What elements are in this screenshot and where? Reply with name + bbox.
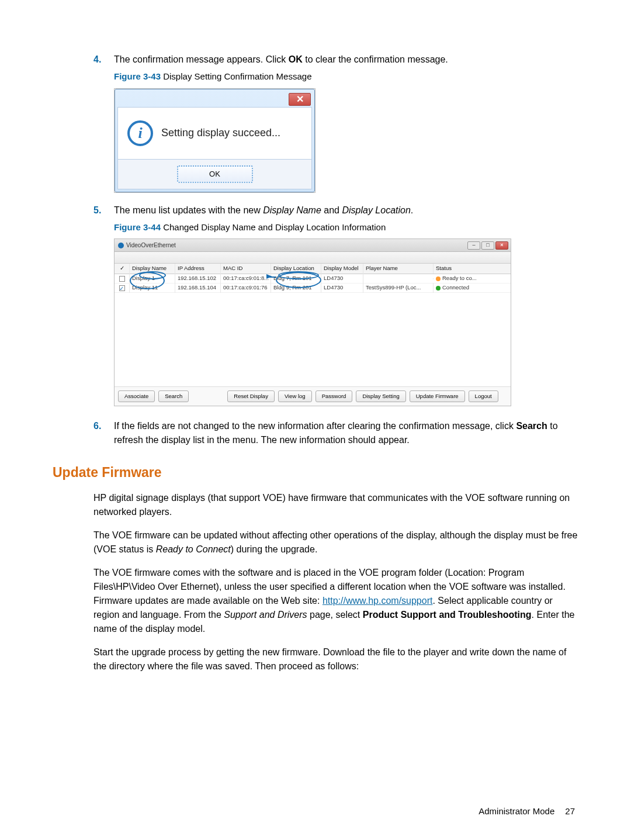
- para-3: The VOE firmware comes with the software…: [93, 566, 578, 636]
- table-header: ✓ Display Name IP Address MAC ID Display…: [115, 264, 511, 274]
- step-number: 6.: [93, 419, 101, 433]
- para-3-c: page, select: [307, 610, 363, 620]
- step-5-text-c: .: [411, 205, 413, 215]
- para-1: HP digital signage displays (that suppor…: [93, 491, 578, 519]
- app-titlebar: VideoOverEthernet – □ ×: [115, 239, 511, 252]
- update-firmware-button[interactable]: Update Firmware: [410, 390, 465, 402]
- figure-3-44-prefix: Figure 3-44: [114, 222, 161, 232]
- figure-3-43-dialog: ✕ i Setting display succeed... OK: [114, 88, 316, 193]
- cell-model: LD4730: [321, 283, 363, 292]
- figure-3-44-caption-text: Changed Display Name and Display Locatio…: [161, 222, 386, 232]
- ok-button[interactable]: OK: [177, 165, 253, 183]
- cell-status: Connected: [434, 283, 492, 292]
- password-button[interactable]: Password: [316, 390, 353, 402]
- cell-ip: 192.168.15.104: [175, 283, 221, 292]
- row-checkbox[interactable]: [119, 276, 125, 282]
- figure-3-43-caption-text: Display Setting Confirmation Message: [161, 71, 311, 81]
- step-5-i1: Display Name: [263, 205, 321, 215]
- step-number: 5.: [93, 203, 101, 217]
- para-4: Start the upgrade process by getting the…: [93, 645, 578, 673]
- app-icon: [118, 243, 124, 248]
- col-display-location[interactable]: Display Location: [271, 264, 321, 273]
- dialog-message: Setting display succeed...: [161, 125, 280, 141]
- figure-3-43-caption: Figure 3-43 Display Setting Confirmation…: [114, 70, 578, 84]
- figure-3-44-window: VideoOverEthernet – □ × ✓ Display Name I…: [114, 238, 511, 406]
- dialog-titlebar: ✕: [117, 92, 312, 107]
- step-6-text: If the fields are not changed to the new…: [114, 421, 558, 445]
- cell-display-name: Display 11: [130, 283, 175, 292]
- col-ip-address[interactable]: IP Address: [175, 264, 221, 273]
- cell-status: Ready to co...: [434, 274, 492, 283]
- section-heading-update-firmware: Update Firmware: [53, 462, 578, 483]
- footer-page: 27: [565, 806, 575, 816]
- minimize-icon[interactable]: –: [467, 241, 480, 250]
- app-bottom-bar: Associate Search Reset Display View log …: [115, 386, 511, 406]
- col-display-model[interactable]: Display Model: [321, 264, 363, 273]
- para-2: The VOE firmware can be updated without …: [93, 528, 578, 556]
- para-3-bold: Product Support and Troubleshooting: [363, 610, 532, 620]
- step-5-text: The menu list updates with the new Displ…: [114, 205, 413, 215]
- display-setting-button[interactable]: Display Setting: [356, 390, 405, 402]
- step-5-i2: Display Location: [342, 205, 410, 215]
- hp-support-link[interactable]: http://www.hp.com/support: [323, 596, 433, 606]
- row-checkbox[interactable]: [119, 285, 125, 291]
- step-4-text-c: to clear the confirmation message.: [303, 54, 448, 64]
- col-mac-id[interactable]: MAC ID: [221, 264, 271, 273]
- col-player-name[interactable]: Player Name: [363, 264, 434, 273]
- para-2-b: ) during the upgrade.: [231, 544, 318, 554]
- cell-location: Bldg 7, Rm 101: [271, 274, 321, 283]
- step-6-text-a: If the fields are not changed to the new…: [114, 421, 516, 431]
- cell-ip: 192.168.15.102: [175, 274, 221, 283]
- step-4: 4. The confirmation message appears. Cli…: [93, 53, 578, 193]
- para-3-i: Support and Drivers: [224, 610, 307, 620]
- cell-model: LD4730: [321, 274, 363, 283]
- step-number: 4.: [93, 53, 101, 67]
- step-5: 5. The menu list updates with the new Di…: [93, 203, 578, 407]
- cell-display-name: Display 1: [130, 274, 175, 283]
- step-5-text-a: The menu list updates with the new: [114, 205, 263, 215]
- footer-label: Administrator Mode: [479, 806, 554, 816]
- cell-player: TestSys899-HP (Loc...: [363, 283, 434, 292]
- app-toolbar: [115, 252, 511, 264]
- figure-3-44-caption: Figure 3-44 Changed Display Name and Dis…: [114, 221, 578, 234]
- search-button[interactable]: Search: [158, 390, 189, 402]
- associate-button[interactable]: Associate: [118, 390, 155, 402]
- view-log-button[interactable]: View log: [278, 390, 312, 402]
- reset-display-button[interactable]: Reset Display: [227, 390, 275, 402]
- app-title: VideoOverEthernet: [126, 242, 176, 248]
- close-icon[interactable]: ✕: [289, 93, 311, 106]
- step-4-text: The confirmation message appears. Click …: [114, 54, 448, 64]
- display-table: ✓ Display Name IP Address MAC ID Display…: [115, 264, 511, 386]
- col-display-name[interactable]: Display Name: [130, 264, 175, 273]
- step-5-text-b: and: [321, 205, 342, 215]
- figure-3-43-prefix: Figure 3-43: [114, 71, 161, 81]
- status-ok-icon: [436, 286, 441, 291]
- para-2-i: Ready to Connect: [156, 544, 231, 554]
- cell-location: Bldg 9, Rm 201: [271, 283, 321, 292]
- cell-mac: 00:17:ca:c9:01:8...: [221, 274, 271, 283]
- cell-mac: 00:17:ca:c9:01:76: [221, 283, 271, 292]
- col-check: ✓: [115, 264, 130, 273]
- info-icon: i: [127, 120, 153, 146]
- close-icon[interactable]: ×: [495, 241, 508, 250]
- step-4-text-a: The confirmation message appears. Click: [114, 54, 289, 64]
- table-row[interactable]: Display 11 192.168.15.104 00:17:ca:c9:01…: [115, 284, 511, 293]
- maximize-icon[interactable]: □: [481, 241, 494, 250]
- table-row[interactable]: Display 1 192.168.15.102 00:17:ca:c9:01:…: [115, 274, 511, 284]
- cell-player: [363, 278, 434, 279]
- logout-button[interactable]: Logout: [469, 390, 498, 402]
- step-4-ok: OK: [289, 54, 303, 64]
- col-status[interactable]: Status: [434, 264, 492, 273]
- step-6: 6. If the fields are not changed to the …: [93, 419, 578, 447]
- status-info-icon: [436, 276, 441, 281]
- page-footer: Administrator Mode27: [479, 805, 575, 818]
- step-6-b1: Search: [516, 421, 547, 431]
